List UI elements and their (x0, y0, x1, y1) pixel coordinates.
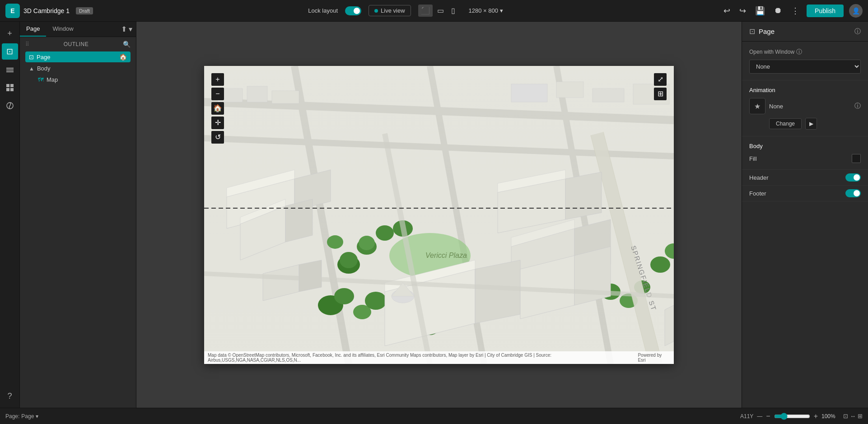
animation-star-icon: ★ (749, 98, 765, 114)
outline-section: ⠿ Outline 🔍 ⊡ Page 🏠 ▲ Body 🗺 Ma (20, 37, 136, 408)
footer-label: Footer (749, 190, 766, 197)
right-panel-title: ⊡ Page (749, 27, 775, 36)
open-with-window-info[interactable]: ⓘ (796, 48, 802, 56)
svg-point-37 (365, 292, 387, 310)
svg-rect-11 (247, 86, 267, 102)
live-view-dot (374, 9, 378, 13)
right-panel-title-text: Page (759, 28, 775, 35)
animation-change-button[interactable]: Change (769, 118, 802, 129)
map-scene[interactable]: Vericci Plaza (204, 66, 674, 364)
svg-rect-15 (593, 89, 624, 102)
widgets-button[interactable] (2, 79, 18, 96)
view-size-buttons: ⊡ ↔ ⊞ (843, 413, 863, 419)
topbar-right: ↩ ↪ 💾 ⏺ ⋮ Publish 👤 (722, 4, 863, 18)
svg-point-35 (334, 288, 354, 304)
mobile-view-btn[interactable]: ▯ (448, 5, 458, 17)
fill-row: Fill (749, 154, 861, 163)
animation-play-button[interactable]: ▶ (805, 118, 817, 130)
lock-layout-label: Lock layout (308, 7, 338, 14)
animation-section: Animation ★ None ⓘ Change ▶ (742, 80, 868, 136)
tree-item-page[interactable]: ⊡ Page 🏠 (25, 51, 131, 62)
page-label: Page: (5, 413, 19, 419)
draft-badge: Draft (76, 7, 93, 14)
open-with-window-label: Open with Window ⓘ (749, 48, 861, 56)
user-avatar[interactable]: 👤 (849, 4, 863, 18)
redo-button[interactable]: ↪ (737, 4, 748, 18)
svg-marker-46 (565, 172, 602, 219)
svg-point-29 (327, 235, 343, 249)
panel-expand-button[interactable]: ▾ (129, 25, 132, 33)
zoom-separator: — (757, 413, 762, 419)
svg-marker-55 (574, 247, 611, 305)
footer-toggle[interactable] (845, 189, 861, 197)
zoom-in-button[interactable]: + (211, 73, 224, 86)
animation-change-row: Change ▶ (769, 118, 861, 130)
svg-rect-1 (6, 70, 14, 70)
publish-button[interactable]: Publish (807, 5, 844, 17)
animation-header: Animation (749, 87, 861, 93)
reset-button[interactable]: ↺ (211, 131, 224, 144)
fill-color-picker[interactable] (852, 154, 861, 163)
tree-children-body: 🗺 Map (25, 75, 131, 85)
attribution-text: Map data © OpenStreetMap contributors, M… (208, 353, 638, 363)
header-toggle-row: Header (742, 170, 868, 186)
zoom-in-bottom-button[interactable]: + (814, 412, 818, 420)
panel-tabs: Page Window ⬆ ▾ (20, 22, 136, 37)
tab-page[interactable]: Page (20, 22, 46, 37)
actual-size-button[interactable]: ⊞ (858, 413, 863, 419)
save-button[interactable]: 💾 (753, 4, 767, 18)
tree-section-body-label: ▲ Body (29, 65, 51, 72)
tree-item-map[interactable]: 🗺 Map (34, 75, 131, 85)
fit-width-button[interactable]: ↔ (850, 413, 856, 419)
pages-button[interactable]: ⊡ (2, 43, 18, 60)
undo-button[interactable]: ↩ (722, 4, 732, 18)
tablet-view-btn[interactable]: ▭ (434, 5, 447, 17)
map-label: Map (47, 76, 58, 83)
map-controls-topright: ⤢ ⊞ (654, 73, 667, 100)
svg-rect-13 (511, 84, 547, 102)
layers-button[interactable] (2, 61, 18, 78)
fullscreen-button[interactable]: ⤢ (654, 73, 667, 86)
header-toggle[interactable] (845, 173, 861, 182)
tree-section-body[interactable]: ▲ Body (25, 62, 131, 75)
help-button[interactable]: ? (2, 388, 18, 404)
header-label: Header (749, 174, 769, 181)
panel-tab-icons: ⬆ ▾ (121, 22, 136, 37)
layers-map-button[interactable]: ⊞ (654, 88, 667, 100)
chevron-icon: ▲ (29, 65, 34, 72)
left-panel: Page Window ⬆ ▾ ⠿ Outline 🔍 ⊡ Page 🏠 (20, 22, 136, 408)
powered-by: Powered by Esri (638, 353, 670, 363)
record-button[interactable]: ⏺ (772, 4, 784, 17)
lock-layout-toggle[interactable] (345, 6, 361, 15)
desktop-view-btn[interactable]: ⬛ (418, 5, 433, 17)
fit-page-button[interactable]: ⊡ (843, 413, 848, 419)
home-nav-button[interactable]: 🏠 (211, 102, 224, 115)
animation-info-button[interactable]: ⓘ (854, 102, 861, 110)
topbar: E 3D Cambridge 1 Draft Lock layout Live … (0, 0, 868, 22)
tab-window[interactable]: Window (46, 22, 79, 37)
zoom-out-button[interactable]: − (211, 88, 224, 100)
theme-button[interactable] (2, 98, 18, 114)
body-section: Body Fill (742, 136, 868, 170)
zoom-out-bottom-button[interactable]: − (766, 412, 770, 420)
add-content-button[interactable]: + (2, 25, 18, 42)
svg-point-28 (340, 252, 358, 268)
zoom-slider[interactable] (774, 413, 810, 420)
drag-handle: ⠿ (25, 41, 29, 47)
open-with-window-select[interactable]: None (749, 60, 861, 74)
svg-rect-3 (6, 84, 9, 87)
right-panel-help-button[interactable]: ⓘ (854, 28, 861, 36)
map-attribution: Map data © OpenStreetMap contributors, M… (204, 351, 674, 364)
resolution-selector[interactable]: 1280 × 800 ▾ (465, 5, 507, 16)
pan-button[interactable]: ✛ (211, 116, 224, 129)
outline-search-button[interactable]: 🔍 (123, 41, 131, 48)
live-view-button[interactable]: Live view (369, 5, 411, 16)
right-panel-header: ⊡ Page ⓘ (742, 22, 868, 42)
more-options-button[interactable]: ⋮ (789, 4, 801, 18)
svg-rect-14 (556, 82, 583, 98)
body-label: Body (37, 65, 51, 72)
resolution-value: 1280 × 800 (469, 7, 498, 14)
panel-export-button[interactable]: ⬆ (121, 25, 127, 33)
page-selector[interactable]: Page: Page ▾ (5, 413, 38, 419)
page-icon: ⊡ (29, 54, 34, 61)
